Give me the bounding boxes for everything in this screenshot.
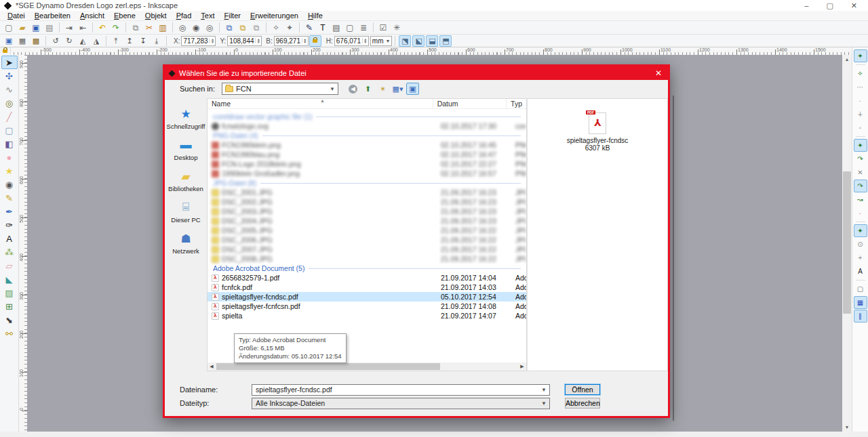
eraser-tool[interactable]: ▱ [1, 259, 18, 272]
document-check-icon[interactable]: ☑ [377, 22, 389, 33]
place-this-pc[interactable]: ⌸Dieser PC [165, 200, 207, 224]
flip-vertical-icon[interactable]: ◮ [90, 35, 102, 47]
spinner-arrows-icon[interactable]: ▴▾ [362, 38, 368, 43]
export-icon[interactable]: ⇤ [77, 22, 89, 33]
menu-datei[interactable]: Datei [3, 12, 30, 20]
align-dialog-icon[interactable]: ≣ [357, 22, 370, 33]
snap-others-toggle[interactable]: ✦ [854, 224, 867, 237]
horizontal-scroll-thumb[interactable] [216, 363, 440, 370]
snap-nodes-toggle[interactable]: ✦ [854, 139, 867, 152]
new-folder-button[interactable]: ✶ [376, 83, 389, 95]
menu-erweiterungen[interactable]: Erweiterungen [245, 12, 303, 20]
lock-ratio-toggle[interactable] [309, 35, 321, 47]
select-all-layers-icon[interactable]: ▦ [16, 35, 28, 47]
maximize-button[interactable]: ▢ [826, 1, 833, 10]
dropper-tool[interactable]: ⬊ [1, 313, 18, 327]
snap-midpoints-toggle[interactable]: ∙ [854, 207, 867, 220]
ruler-lock-corner[interactable] [0, 47, 11, 55]
transform-gradient-toggle[interactable]: ⬓ [426, 35, 438, 47]
x-field[interactable]: 717,283▴▾ [181, 36, 216, 46]
cut-icon[interactable]: ✂ [143, 22, 155, 33]
rectangle-tool[interactable]: ▢ [1, 123, 18, 137]
snap-cusp-nodes-toggle[interactable]: ↷ [854, 180, 867, 192]
selector-tool[interactable]: ➤ [1, 56, 18, 69]
print-icon[interactable]: ▤ [43, 22, 56, 33]
y-field[interactable]: 108,844▴▾ [227, 36, 262, 46]
preferences-icon[interactable]: ✳ [391, 22, 403, 33]
place-quick-access[interactable]: ★Schnellzugriff [165, 106, 207, 130]
file-row[interactable]: DSC_2004.JPG21.09.2017 16:23JPG [208, 216, 526, 226]
file-row[interactable]: fcnwtzlogo.svg02.10.2017 17:30corel [208, 121, 526, 131]
snap-grid-toggle[interactable]: ▦ [854, 296, 867, 309]
place-libraries[interactable]: ▰Bibliotheken [165, 169, 207, 192]
view-menu-button[interactable]: ▦▾ [391, 83, 404, 95]
snap-bbox-midpoints-toggle[interactable]: ∔ [854, 108, 867, 121]
column-header-typ[interactable]: Typ [507, 99, 526, 108]
file-row[interactable]: fcnfck.pdf21.09.2017 14:03Adob [208, 283, 526, 292]
file-row[interactable]: 2656832579-1.pdf21.09.2017 14:04Adob [208, 273, 526, 283]
column-header-datum[interactable]: Datum [433, 99, 507, 108]
text-dialog-icon[interactable]: T [317, 22, 329, 33]
file-row[interactable]: spieltagsflyer-fcndsc.pdf05.10.2017 12:5… [208, 292, 526, 301]
zoom-tool[interactable]: ◎ [1, 96, 18, 110]
scroll-right-icon[interactable]: ▶ [518, 364, 526, 369]
clone-icon[interactable]: ⧉ [237, 22, 249, 33]
file-row[interactable]: FCN1990blau.png02.10.2017 16:47PNG [208, 150, 526, 159]
paste-icon[interactable]: ▥ [157, 22, 169, 33]
edit-clones-icon[interactable]: ✧ [270, 22, 282, 33]
horizontal-scrollbar[interactable]: ◀ ▶ [208, 362, 526, 371]
fill-stroke-icon[interactable]: ✎ [303, 22, 315, 33]
menu-objekt[interactable]: Objekt [140, 12, 172, 20]
snap-paths-toggle[interactable]: ↷ [854, 152, 867, 165]
file-row[interactable]: 1990klein Großadler.png02.10.2017 16:57P… [208, 169, 526, 178]
menu-hilfe[interactable]: Hilfe [303, 12, 328, 20]
back-button[interactable]: ◀ [347, 83, 359, 95]
menu-text[interactable]: Text [196, 12, 219, 20]
bezier-tool[interactable]: ✒ [1, 205, 18, 218]
text-tool[interactable]: A [1, 232, 18, 245]
spinner-arrows-icon[interactable]: ▴▾ [209, 38, 215, 43]
deselect-icon[interactable]: ▩ [30, 35, 42, 47]
copy-icon[interactable]: ⧉ [130, 22, 142, 33]
snap-object-centers-toggle[interactable]: ⊙ [854, 238, 867, 251]
measure-tool[interactable]: ╱ [1, 110, 18, 123]
tweak-tool[interactable]: ∿ [1, 83, 18, 96]
height-field[interactable]: 676,071▴▾ [334, 36, 369, 46]
gradient-tool[interactable]: ▨ [1, 286, 18, 299]
connector-tool[interactable]: ⚯ [1, 327, 18, 340]
spinner-arrows-icon[interactable]: ▴▾ [255, 38, 261, 43]
spiral-tool[interactable]: ◉ [1, 178, 18, 191]
file-row[interactable]: DSC_2008.JPG21.09.2017 16:22JPG [208, 254, 526, 264]
lower-to-bottom-icon[interactable]: ⤓ [151, 35, 163, 47]
scroll-left-icon[interactable]: ◀ [208, 364, 216, 369]
redo-icon[interactable]: ↷ [110, 22, 122, 33]
transform-corners-toggle[interactable]: ⬕ [412, 35, 425, 47]
ellipse-tool[interactable]: ● [1, 150, 18, 164]
file-row[interactable]: DSC_2003.JPG21.09.2017 16:23JPG [208, 207, 526, 216]
file-row[interactable]: FCN-Logo 2018klein.png02.10.2017 22:27PN… [208, 159, 526, 169]
rotate-ccw-icon[interactable]: ↺ [50, 35, 62, 47]
snap-text-baseline-toggle[interactable]: A [854, 265, 867, 278]
paint-bucket-tool[interactable]: ◣ [1, 272, 18, 286]
zoom-selection-icon[interactable]: ◎ [176, 22, 189, 33]
file-row[interactable]: spielta21.09.2017 14:07Adob [208, 311, 526, 320]
raise-to-top-icon[interactable]: ⤒ [110, 35, 122, 47]
zoom-page-icon[interactable]: ◎ [203, 22, 216, 33]
import-icon[interactable]: ⇥ [63, 22, 75, 33]
vertical-scrollbar[interactable]: ▲ ▼ [842, 55, 852, 432]
duplicate-icon[interactable]: ⧉ [223, 22, 235, 33]
snap-bbox-corners-toggle[interactable]: ∙ [854, 94, 867, 107]
scroll-down-icon[interactable]: ▼ [842, 423, 852, 432]
vertical-ruler[interactable]: 9008007006005004003002001000 [19, 55, 27, 432]
file-group-header[interactable]: PNG-Datei (4) [208, 131, 526, 140]
menu-ansicht[interactable]: Ansicht [75, 12, 109, 20]
file-row[interactable]: DSC_2002.JPG21.09.2017 16:23JPG [208, 197, 526, 207]
file-group-header[interactable]: JPG-Datei (8) [208, 178, 526, 188]
width-field[interactable]: 969,271▴▾ [274, 36, 309, 46]
star-tool[interactable]: ★ [1, 164, 18, 178]
preview-pane-toggle[interactable]: ▣ [406, 83, 419, 95]
place-desktop[interactable]: ▬Desktop [165, 138, 207, 161]
scroll-up-icon[interactable]: ▲ [842, 55, 852, 64]
filename-combobox[interactable]: spieltagsflyer-fcndsc.pdf ▼ [252, 384, 550, 396]
snap-bbox-centers-toggle[interactable]: ▫ [854, 121, 867, 134]
